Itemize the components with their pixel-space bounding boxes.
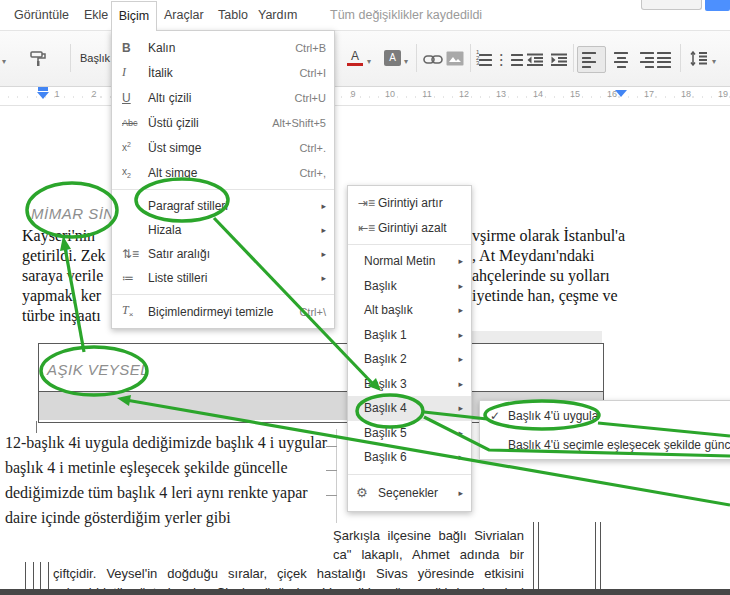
ruler-number: 10 <box>385 89 395 99</box>
line-spacing-icon[interactable] <box>690 51 708 66</box>
menu-item-girintiyi-artir[interactable]: ⇥≡ Girintiyi artır <box>348 190 471 215</box>
left-indent-marker[interactable] <box>37 92 49 99</box>
menu-item-italik[interactable]: I İtalik Ctrl+I <box>112 60 334 85</box>
superscript-icon: x2 <box>122 141 148 153</box>
submenu-arrow-icon: ▸ <box>321 225 326 235</box>
menu-item-baslik-6[interactable]: Başlık 6 ▸ <box>348 445 471 470</box>
document-text-line: yapmak, ker <box>22 287 101 305</box>
ruler-number: 12 <box>459 89 469 99</box>
menu-item-ust-simge[interactable]: x2 Üst simge Ctrl+. <box>112 135 334 160</box>
ruler-number: 1 <box>54 89 59 99</box>
submenu-arrow-icon: ▸ <box>321 249 326 259</box>
heading-asik-veysel: AŞIK VEYSEL <box>47 361 149 378</box>
menu-item-alt-baslik[interactable]: Alt başlık ▸ <box>348 298 471 323</box>
menu-item-satir-araligi[interactable]: ⇅≡ Satır aralığı ▸ <box>112 242 334 266</box>
menu-item-normal-metin[interactable]: Normal Metin ▸ <box>348 249 471 274</box>
menu-item-hizala[interactable]: Hizala ▸ <box>112 218 334 242</box>
highlight-color-icon[interactable]: A <box>384 50 401 66</box>
align-right-icon[interactable] <box>634 51 654 69</box>
menu-item-liste-stilleri[interactable]: ≔ Liste stilleri ▸ <box>112 266 334 290</box>
insert-link-icon[interactable] <box>423 52 443 66</box>
menu-item-alt-simge[interactable]: x2 Alt simge Ctrl+, <box>112 160 334 185</box>
document-text-line: getirildi. Zek <box>22 247 106 265</box>
comments-button[interactable] <box>641 0 702 10</box>
toolbar-separator <box>680 44 681 72</box>
ruler-number: 16 <box>607 89 617 99</box>
submenu-arrow-icon: ▸ <box>458 256 463 266</box>
table-border-stub <box>36 421 38 433</box>
submenu-arrow-icon: ▸ <box>458 281 463 291</box>
menu-item-baslik4-guncelle[interactable]: Başlık 4'ü seçimle eşleşecek şekilde gün… <box>480 430 730 459</box>
menu-item-kalin[interactable]: B Kalın Ctrl+B <box>112 35 334 60</box>
submenu-arrow-icon: ▸ <box>458 403 463 413</box>
ruler-number: 11 <box>422 89 431 99</box>
increase-indent-icon[interactable] <box>551 53 568 66</box>
document-text-line: , At Meydanı'ndaki <box>472 247 594 265</box>
menu-goruntule[interactable]: Görüntüle <box>14 0 69 30</box>
menu-item-baslik-4[interactable]: Başlık 4 ▸ <box>348 396 471 421</box>
ruler-number: 2 <box>91 89 96 99</box>
menu-item-baslik-5[interactable]: Başlık 5 ▸ <box>348 421 471 446</box>
menu-item-baslik-1[interactable]: Başlık 1 ▸ <box>348 323 471 348</box>
menu-item-secenekler[interactable]: ⚙ Seçenekler ▸ <box>348 479 471 507</box>
text-color-caret-icon[interactable]: ▾ <box>367 57 371 66</box>
submenu-arrow-icon: ▸ <box>458 354 463 364</box>
align-left-icon[interactable] <box>582 51 602 69</box>
cell-border-line <box>336 429 337 523</box>
align-justify-icon[interactable] <box>657 51 677 69</box>
document-text-line: ca" lakaplı, Ahmet adında bir <box>333 547 524 562</box>
menu-item-girintiyi-azalt[interactable]: ⇤≡ Girintiyi azalt <box>348 215 471 240</box>
document-text-line: Şarkışla ilçesine bağlı Sivrialan <box>333 528 524 543</box>
table-border-line <box>40 562 41 589</box>
menu-item-baslik-3[interactable]: Başlık 3 ▸ <box>348 372 471 397</box>
line-spacing-caret-icon[interactable]: ▾ <box>712 57 716 66</box>
document-text-line: vşirme olarak İstanbul'a <box>472 227 625 245</box>
share-button[interactable] <box>705 0 730 11</box>
underline-icon: U <box>122 91 148 105</box>
ruler[interactable]: 12345678910111213141516171819 <box>0 85 730 106</box>
align-center-icon[interactable] <box>611 51 631 69</box>
numbered-list-icon[interactable] <box>479 51 499 69</box>
menu-bar: Görüntüle Ekle Araçlar Tablo Yardım Tüm … <box>0 0 730 30</box>
cell-border-tick <box>326 470 337 471</box>
ruler-number: 18 <box>681 89 691 99</box>
document-text-line: çiftçidir. Veysel'in doğduğu sıralar, çi… <box>53 566 524 581</box>
menu-yardim[interactable]: Yardım <box>258 0 297 30</box>
table-border-line <box>538 522 539 589</box>
decrease-indent-icon[interactable] <box>527 53 544 66</box>
highlight-color-caret-icon[interactable]: ▾ <box>404 57 408 66</box>
submenu-arrow-icon: ▸ <box>458 305 463 315</box>
clear-formatting-icon: T× <box>122 303 148 319</box>
ruler-number: 13 <box>496 89 506 99</box>
submenu-arrow-icon: ▸ <box>321 201 326 211</box>
menu-bicim[interactable]: Biçim <box>111 1 157 31</box>
menu-item-baslik[interactable]: Başlık ▸ <box>348 274 471 299</box>
menu-item-alti-cizili[interactable]: U Altı çizili Ctrl+U <box>112 85 334 110</box>
document-text-line: türbe inşaatı <box>22 307 101 325</box>
google-docs-window: Görüntüle Ekle Araçlar Tablo Yardım Tüm … <box>0 0 730 595</box>
menu-ekle[interactable]: Ekle <box>84 0 108 30</box>
menu-separator <box>112 294 334 295</box>
text-color-icon[interactable]: A <box>347 50 363 66</box>
submenu-arrow-icon: ▸ <box>458 379 463 389</box>
shaded-cell-fragment <box>470 331 602 343</box>
menu-tablo[interactable]: Tablo <box>218 0 248 30</box>
cell-border-tick <box>326 446 337 447</box>
submenu-arrow-icon: ▸ <box>458 452 463 462</box>
menu-item-ustu-cizili[interactable]: Abc Üstü çizili Alt+Shift+5 <box>112 110 334 135</box>
menu-separator <box>112 189 334 190</box>
menu-araclar[interactable]: Araçlar <box>164 0 204 30</box>
bulleted-list-icon[interactable] <box>503 51 523 69</box>
line-spacing-icon: ⇅≡ <box>122 247 148 261</box>
menu-item-bicimlendirmeyi-temizle[interactable]: T× Biçimlendirmeyi temizle Ctrl+\ <box>112 299 334 324</box>
strikethrough-icon: Abc <box>122 118 148 128</box>
menu-item-baslik4-uygula[interactable]: ✓ Başlık 4'ü uygula <box>480 401 730 430</box>
menu-item-paragraf-stilleri[interactable]: Paragraf stilleri ▸ <box>112 194 334 218</box>
thick-table-border <box>0 589 730 595</box>
insert-image-icon[interactable] <box>446 51 464 66</box>
paint-format-icon[interactable] <box>30 49 48 67</box>
menu-item-baslik-2[interactable]: Başlık 2 ▸ <box>348 347 471 372</box>
format-menu: B Kalın Ctrl+B I İtalik Ctrl+I U Altı çi… <box>111 30 335 329</box>
toolbar-overflow-caret-icon[interactable]: ▾ <box>2 57 6 66</box>
first-line-indent-marker[interactable] <box>38 87 48 91</box>
